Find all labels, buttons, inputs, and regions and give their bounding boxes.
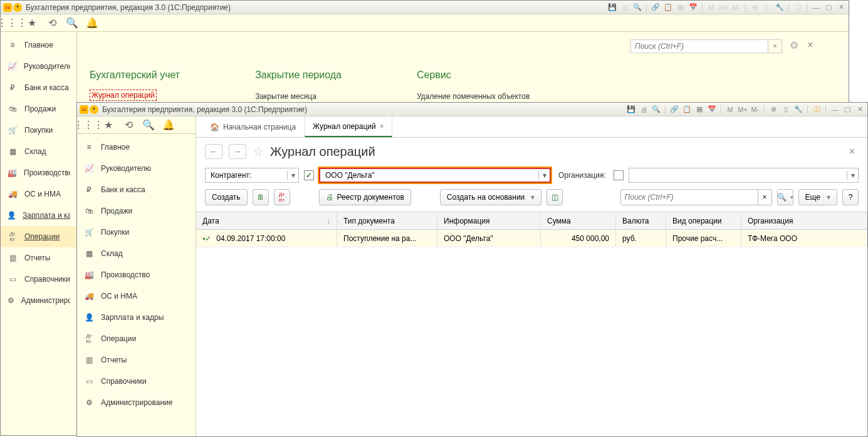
sidebar-item-admin[interactable]: ⚙Администрирование (1, 290, 76, 311)
sidebar-item-bank[interactable]: ₽Банк и касса (1, 77, 76, 98)
table-row[interactable]: ▪✓04.09.2017 17:00:00 Поступление на ра.… (196, 230, 867, 247)
grid-search-clear[interactable]: × (758, 189, 772, 205)
bell-icon[interactable]: 🔔 (86, 17, 98, 29)
sidebar-item-warehouse[interactable]: ▦Склад (1, 141, 76, 162)
m-plus-icon[interactable]: M+ (719, 3, 729, 13)
link-month-close[interactable]: Закрытие месяца (255, 90, 342, 103)
tab-close-icon[interactable]: × (380, 122, 384, 131)
calc-icon[interactable]: ▦ (676, 3, 686, 13)
filter-field-select[interactable]: Контрагент: ▾ (205, 168, 299, 183)
sidebar-item-salary[interactable]: 👤Зарплата и кадры (77, 307, 196, 328)
maximize-icon[interactable]: ▢ (842, 105, 852, 115)
sidebar-item-purchases[interactable]: 🛒Покупки (77, 222, 196, 243)
tools-icon[interactable]: 🔧 (793, 105, 803, 115)
dtkt-button[interactable]: ДтКт (274, 189, 290, 205)
link-icon[interactable]: 🔗 (651, 3, 661, 13)
search-clear-button[interactable]: × (768, 39, 782, 53)
sidebar-item-sales[interactable]: 🛍Продажи (77, 200, 196, 222)
find-button[interactable]: 🔍▾ (777, 189, 793, 205)
sidebar-item-main[interactable]: ≡Главное (77, 136, 196, 158)
sidebar-item-reports[interactable]: ▥Отчеты (1, 247, 76, 269)
search-input[interactable] (630, 39, 768, 53)
structure-button[interactable]: ◫ (546, 189, 563, 205)
favorite-icon[interactable]: ★ (102, 119, 115, 131)
sidebar-item-purchases[interactable]: 🛒Покупки (1, 120, 76, 141)
close-page-icon[interactable]: × (849, 146, 855, 157)
minimize-icon[interactable]: — (830, 105, 840, 115)
help-button[interactable]: ? (842, 189, 859, 205)
col-doctype[interactable]: Тип документа (337, 212, 437, 229)
settings-gear-icon[interactable]: ⚙ (787, 39, 801, 53)
registry-button[interactable]: 🖨Реестр документов (319, 189, 411, 205)
col-currency[interactable]: Валюта (616, 212, 666, 229)
link-icon[interactable]: 🔗 (669, 105, 679, 115)
col-sum[interactable]: Сумма (541, 212, 616, 229)
save-icon[interactable]: 💾 (607, 3, 617, 13)
print-icon[interactable]: 🖨 (620, 3, 630, 13)
favorite-star-icon[interactable]: ☆ (253, 144, 264, 159)
sidebar-item-manager[interactable]: 📈Руководителю (77, 158, 196, 179)
forward-button[interactable]: → (229, 144, 246, 159)
col-date[interactable]: Дата↓ (196, 212, 337, 229)
history-icon[interactable]: ⟲ (46, 17, 58, 29)
filter-value-input[interactable]: ООО "Дельта" ▾ (319, 168, 551, 183)
m-plus-icon[interactable]: M+ (738, 105, 748, 115)
favorite-icon[interactable]: ★ (26, 17, 38, 29)
sidebar-item-catalogs[interactable]: ▭Справочники (77, 371, 196, 392)
panel-icon[interactable]: ▯ (762, 3, 772, 13)
link-journal[interactable]: Журнал операций (90, 90, 157, 101)
sidebar-item-admin[interactable]: ⚙Администрирование (77, 392, 196, 413)
print-icon[interactable]: 🖨 (639, 105, 649, 115)
sidebar-item-assets[interactable]: 🚚ОС и НМА (1, 183, 76, 205)
clipboard-icon[interactable]: 📋 (663, 3, 673, 13)
preview-icon[interactable]: 🔍 (632, 3, 642, 13)
close-icon[interactable]: ✕ (836, 3, 846, 13)
sidebar-item-bank[interactable]: ₽Банк и касса (77, 179, 196, 200)
create-based-button[interactable]: Создать на основании▾ (440, 189, 542, 205)
sidebar-item-catalogs[interactable]: ▭Справочники (1, 269, 76, 290)
back-button[interactable]: ← (205, 144, 222, 159)
sidebar-item-salary[interactable]: 👤Зарплата и кадры (1, 205, 76, 226)
sidebar-item-warehouse[interactable]: ▦Склад (77, 243, 196, 264)
zoom-in-icon[interactable]: ⊕ (768, 105, 778, 115)
panel-icon[interactable]: ▯ (781, 105, 791, 115)
sidebar-item-operations[interactable]: ДтКтОперации (77, 328, 196, 349)
org-enabled-checkbox[interactable]: ✓ (614, 170, 624, 180)
apps-icon[interactable]: ⋮⋮⋮ (6, 17, 18, 29)
apps-icon[interactable]: ⋮⋮⋮ (82, 119, 95, 131)
col-optype[interactable]: Вид операции (666, 212, 741, 229)
grid-search-input[interactable] (620, 189, 758, 205)
minimize-icon[interactable]: — (811, 3, 821, 13)
sidebar-item-sales[interactable]: 🛍Продажи (1, 98, 76, 120)
col-info[interactable]: Информация (437, 212, 541, 229)
search-icon[interactable]: 🔍 (142, 119, 155, 131)
sidebar-item-assets[interactable]: 🚚ОС и НМА (77, 285, 196, 307)
sidebar-item-production[interactable]: 🏭Производство (1, 162, 76, 183)
m-minus-icon[interactable]: M- (731, 3, 741, 13)
more-button[interactable]: Еще▾ (798, 189, 837, 205)
col-org[interactable]: Организация (741, 212, 867, 229)
sidebar-item-manager[interactable]: 📈Руководителю (1, 56, 76, 77)
sidebar-item-reports[interactable]: ▥Отчеты (77, 349, 196, 371)
tools-icon[interactable]: 🔧 (775, 3, 785, 13)
calendar-icon[interactable]: 📅 (688, 3, 698, 13)
sidebar-item-production[interactable]: 🏭Производство (77, 264, 196, 285)
history-icon[interactable]: ⟲ (122, 119, 135, 131)
calc-icon[interactable]: ▦ (694, 105, 704, 115)
info-icon[interactable]: ⓘ (793, 3, 803, 13)
sidebar-item-main[interactable]: ≡Главное (1, 34, 76, 56)
preview-icon[interactable]: 🔍 (651, 105, 661, 115)
copy-button[interactable]: 🗎 (253, 189, 269, 205)
close-icon[interactable]: ✕ (855, 105, 865, 115)
m-minus-icon[interactable]: M- (750, 105, 760, 115)
bell-icon[interactable]: 🔔 (162, 119, 175, 131)
org-select[interactable]: ▾ (629, 168, 859, 183)
filter-enabled-checkbox[interactable]: ✓ (304, 170, 314, 180)
clipboard-icon[interactable]: 📋 (682, 105, 692, 115)
app-menu-dropdown-icon[interactable]: ▾ (90, 105, 98, 114)
m-icon[interactable]: M (706, 3, 716, 13)
m-icon[interactable]: M (725, 105, 735, 115)
calendar-icon[interactable]: 📅 (707, 105, 717, 115)
app-menu-dropdown-icon[interactable]: ▾ (13, 3, 22, 12)
save-icon[interactable]: 💾 (626, 105, 636, 115)
